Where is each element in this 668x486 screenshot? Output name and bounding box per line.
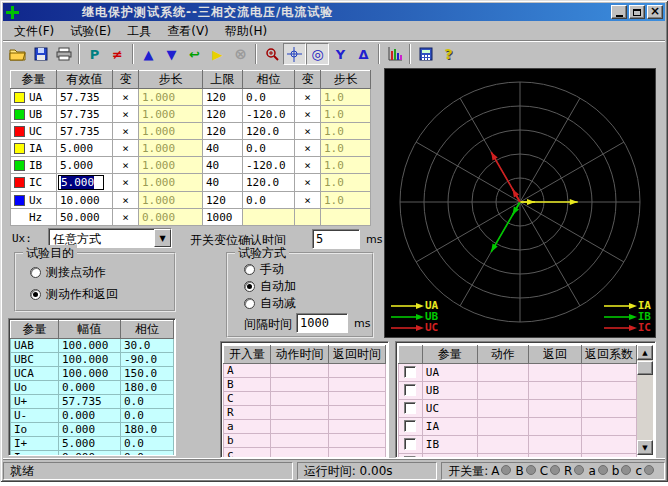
open-file-button[interactable] (6, 43, 29, 65)
limit-value[interactable]: 40 (203, 174, 243, 192)
radio-icon[interactable] (244, 298, 255, 309)
var-toggle[interactable]: × (295, 192, 321, 209)
step-value[interactable]: 1.0 (321, 106, 371, 123)
phase-value[interactable]: -120.0 (243, 157, 295, 174)
var-toggle[interactable]: × (295, 106, 321, 123)
step-value[interactable]: 1.0 (321, 192, 371, 209)
limit-value[interactable]: 1000 (203, 209, 243, 226)
maximize-button[interactable] (629, 5, 645, 19)
menu-item[interactable]: 文件(F) (7, 22, 61, 41)
radio-icon[interactable] (244, 264, 255, 275)
phase-value[interactable]: 0.0 (243, 140, 295, 157)
step-value[interactable]: 1.000 (139, 157, 203, 174)
param-value-cell[interactable]: 5.000 (57, 140, 113, 157)
row-checkbox[interactable] (404, 402, 416, 414)
menu-item[interactable]: 试验(E) (63, 22, 118, 41)
scroll-thumb[interactable] (637, 361, 653, 375)
phase-value[interactable]: 120.0 (243, 123, 295, 140)
var-toggle[interactable]: × (113, 123, 139, 140)
step-value[interactable]: 1.000 (139, 140, 203, 157)
radio-action-return[interactable]: 测动作和返回 (30, 286, 118, 303)
row-checkbox[interactable] (404, 438, 416, 450)
step-value[interactable]: 1.000 (139, 89, 203, 106)
radio-manual[interactable]: 手动 (244, 261, 284, 278)
var-toggle[interactable]: × (295, 123, 321, 140)
delta-connection-button[interactable]: Δ (352, 43, 375, 65)
step-value[interactable]: 0.000 (139, 209, 203, 226)
step-value[interactable]: 1.000 (139, 106, 203, 123)
step-value[interactable]: 1.0 (321, 89, 371, 106)
param-value-cell[interactable]: 57.735 (57, 106, 113, 123)
wye-connection-button[interactable]: Y (329, 43, 352, 65)
start-test-button[interactable]: ▶ (206, 43, 229, 65)
var-toggle[interactable] (295, 209, 321, 226)
limit-value[interactable]: 40 (203, 157, 243, 174)
var-toggle[interactable]: × (113, 140, 139, 157)
radio-icon[interactable] (30, 267, 41, 278)
menu-item[interactable]: 工具 (120, 22, 158, 41)
phase-value[interactable]: 0.0 (243, 192, 295, 209)
phase-value[interactable]: -120.0 (243, 106, 295, 123)
row-checkbox[interactable] (404, 456, 416, 458)
switch-confirm-input[interactable] (312, 229, 360, 249)
menu-item[interactable]: 查看(V) (160, 22, 216, 41)
radio-contact-action[interactable]: 测接点动作 (30, 264, 106, 281)
limit-value[interactable]: 120 (203, 192, 243, 209)
row-checkbox[interactable] (404, 384, 416, 396)
var-toggle[interactable]: × (113, 192, 139, 209)
radio-auto-decrease[interactable]: 自动减 (244, 295, 296, 312)
value-edit-box[interactable]: 5.000 (58, 175, 104, 190)
minimize-button[interactable] (611, 5, 627, 19)
param-value-cell[interactable]: 57.735 (57, 89, 113, 106)
step-value[interactable] (321, 209, 371, 226)
print-button[interactable] (52, 43, 75, 65)
interval-input[interactable] (296, 313, 348, 333)
scroll-up-icon[interactable]: ▲ (637, 345, 653, 360)
step-value[interactable]: 1.0 (321, 123, 371, 140)
step-up-button[interactable]: ▲ (137, 43, 160, 65)
limit-value[interactable]: 40 (203, 140, 243, 157)
var-toggle[interactable]: × (295, 157, 321, 174)
limit-value[interactable]: 120 (203, 123, 243, 140)
var-toggle[interactable]: × (113, 89, 139, 106)
calculator-button[interactable] (414, 43, 437, 65)
chevron-down-icon[interactable]: ▼ (154, 229, 171, 247)
step-value[interactable]: 1.0 (321, 140, 371, 157)
var-toggle[interactable]: × (113, 157, 139, 174)
phase-value[interactable]: 0.0 (243, 89, 295, 106)
row-checkbox[interactable] (404, 420, 416, 432)
param-value-cell[interactable]: 5.000 (57, 157, 113, 174)
row-checkbox[interactable] (404, 366, 416, 378)
bar-chart-view-button[interactable] (383, 43, 406, 65)
var-toggle[interactable]: × (113, 106, 139, 123)
rings-view-button[interactable]: ◎ (306, 43, 329, 65)
parameter-tool-button[interactable]: P (83, 43, 106, 65)
param-value-cell[interactable]: 10.000 (57, 192, 113, 209)
var-toggle[interactable]: × (295, 89, 321, 106)
radio-auto-increase[interactable]: 自动加 (244, 278, 296, 295)
step-value[interactable]: 1.000 (139, 192, 203, 209)
var-toggle[interactable]: × (295, 140, 321, 157)
close-button[interactable]: × (647, 5, 663, 19)
limit-value[interactable]: 120 (203, 106, 243, 123)
param-value-cell[interactable]: 57.735 (57, 123, 113, 140)
limit-value[interactable]: 120 (203, 89, 243, 106)
step-value[interactable]: 1.0 (321, 174, 371, 192)
phase-sequence-button[interactable]: ≠ (106, 43, 129, 65)
step-value[interactable]: 1.0 (321, 157, 371, 174)
step-down-button[interactable]: ▼ (160, 43, 183, 65)
menu-item[interactable]: 帮助(H) (218, 22, 274, 41)
vertical-scrollbar[interactable]: ▲ ▼ (637, 345, 653, 455)
param-value-cell[interactable]: 50.000 (57, 209, 113, 226)
var-toggle[interactable]: × (295, 174, 321, 192)
param-value-cell[interactable]: 5.000 (57, 174, 113, 192)
scroll-down-icon[interactable]: ▼ (637, 440, 653, 455)
var-toggle[interactable]: × (113, 174, 139, 192)
var-toggle[interactable]: × (113, 209, 139, 226)
step-value[interactable]: 1.000 (139, 174, 203, 192)
phase-value[interactable] (243, 209, 295, 226)
zoom-view-button[interactable] (260, 43, 283, 65)
save-file-button[interactable] (29, 43, 52, 65)
phase-value[interactable]: 120.0 (243, 174, 295, 192)
help-button[interactable]: ? (437, 43, 460, 65)
